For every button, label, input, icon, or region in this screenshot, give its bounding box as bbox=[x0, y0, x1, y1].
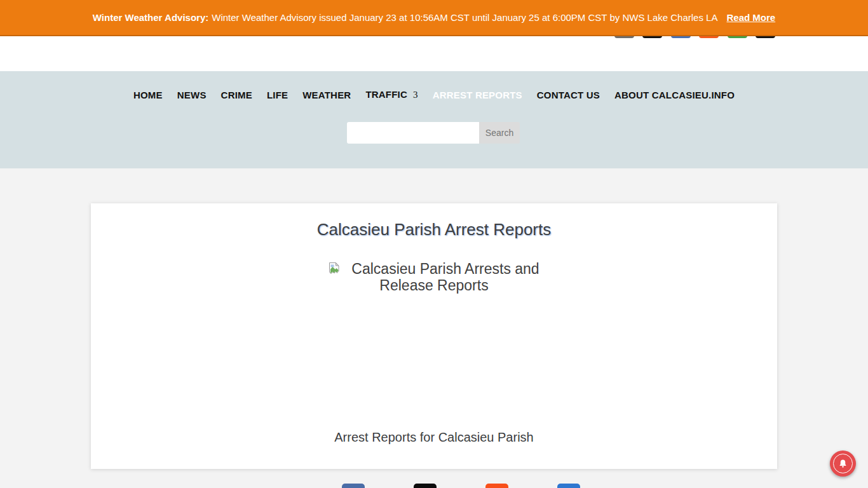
facebook-share-icon[interactable] bbox=[342, 484, 365, 488]
read-more-link[interactable]: Read More bbox=[726, 12, 775, 23]
nav-item-home[interactable]: HOME bbox=[133, 90, 163, 100]
bell-ring bbox=[833, 454, 853, 473]
nav-item-traffic[interactable]: TRAFFIC3 bbox=[365, 89, 417, 100]
nav-item-crime[interactable]: CRIME bbox=[221, 90, 252, 100]
nav-item-life[interactable]: LIFE bbox=[267, 90, 288, 100]
nav-item-arrest-reports[interactable]: ARREST REPORTS bbox=[433, 90, 522, 100]
main-navigation: HOME NEWS CRIME LIFE WEATHER TRAFFIC3 AR… bbox=[0, 71, 868, 168]
site-header: An Information Service of BKHagar LLC bbox=[0, 36, 868, 71]
reddit-share-icon[interactable] bbox=[485, 484, 508, 488]
nav-item-weather[interactable]: WEATHER bbox=[302, 90, 351, 100]
notification-bell-button[interactable] bbox=[830, 451, 856, 477]
page: Winter Weather Advisory: Winter Weather … bbox=[0, 0, 868, 488]
nav-menu: HOME NEWS CRIME LIFE WEATHER TRAFFIC3 AR… bbox=[0, 89, 868, 100]
bell-icon bbox=[837, 458, 848, 469]
page-title: Calcasieu Parish Arrest Reports bbox=[91, 220, 777, 240]
nav-item-traffic-label: TRAFFIC bbox=[365, 89, 407, 100]
x-share-icon[interactable] bbox=[414, 484, 437, 488]
broken-image-icon bbox=[329, 261, 340, 278]
broken-image-placeholder: Calcasieu Parish Arrests and Release Rep… bbox=[307, 261, 561, 294]
article-caption: Arrest Reports for Calcasieu Parish bbox=[91, 430, 777, 445]
nav-item-news[interactable]: NEWS bbox=[177, 90, 207, 100]
telegram-share-icon[interactable] bbox=[557, 484, 580, 488]
image-alt-text: Calcasieu Parish Arrests and Release Rep… bbox=[351, 261, 539, 294]
search-button[interactable]: Search bbox=[479, 122, 520, 144]
search-form: Search bbox=[347, 122, 520, 144]
search-input[interactable] bbox=[347, 122, 479, 144]
weather-alert-banner: Winter Weather Advisory: Winter Weather … bbox=[0, 0, 868, 36]
dropdown-indicator-icon: 3 bbox=[413, 90, 418, 100]
article-card: Calcasieu Parish Arrest Reports Calcasie… bbox=[91, 203, 777, 469]
nav-item-contact-us[interactable]: CONTACT US bbox=[537, 90, 600, 100]
nav-item-about[interactable]: ABOUT CALCASIEU.INFO bbox=[614, 90, 735, 100]
alert-title: Winter Weather Advisory: bbox=[93, 12, 208, 23]
alert-message: Winter Weather Advisory issued January 2… bbox=[212, 12, 717, 23]
